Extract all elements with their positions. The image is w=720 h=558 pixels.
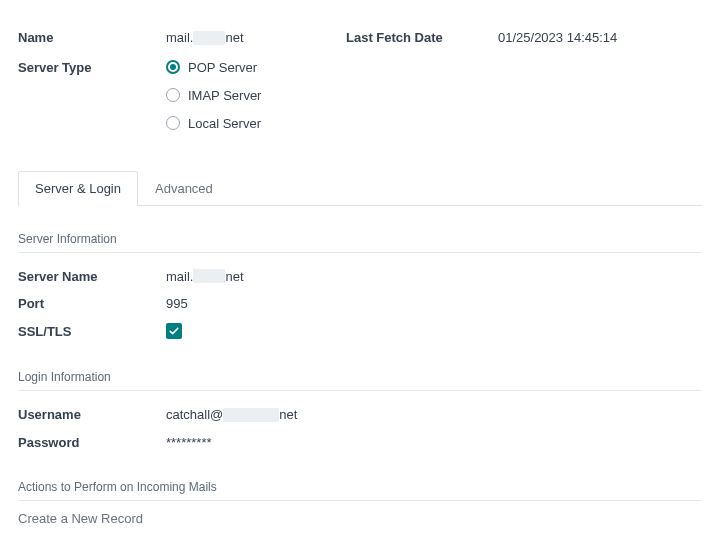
last-fetch-label: Last Fetch Date xyxy=(346,30,498,45)
server-name-label: Server Name xyxy=(18,269,166,284)
server-type-option-pop[interactable]: POP Server xyxy=(166,60,702,75)
redacted-segment xyxy=(193,269,225,283)
username-label: Username xyxy=(18,407,166,422)
radio-icon xyxy=(166,60,180,74)
login-information-heading: Login Information xyxy=(18,370,702,391)
server-information-heading: Server Information xyxy=(18,232,702,253)
ssl-tls-label: SSL/TLS xyxy=(18,324,166,339)
server-type-option-imap[interactable]: IMAP Server xyxy=(166,88,702,103)
radio-icon xyxy=(166,116,180,130)
server-name-value[interactable]: mail.net xyxy=(166,269,702,285)
name-label: Name xyxy=(18,30,166,45)
actions-heading: Actions to Perform on Incoming Mails xyxy=(18,480,702,501)
port-label: Port xyxy=(18,296,166,311)
check-icon xyxy=(168,325,180,337)
password-value[interactable]: ********* xyxy=(166,435,702,450)
radio-label: IMAP Server xyxy=(188,88,261,103)
redacted-segment xyxy=(223,408,279,422)
radio-label: POP Server xyxy=(188,60,257,75)
server-type-option-local[interactable]: Local Server xyxy=(166,116,702,131)
radio-label: Local Server xyxy=(188,116,261,131)
last-fetch-value: 01/25/2023 14:45:14 xyxy=(498,30,702,45)
port-value[interactable]: 995 xyxy=(166,296,702,311)
radio-icon xyxy=(166,88,180,102)
ssl-tls-checkbox[interactable] xyxy=(166,323,182,339)
server-type-label: Server Type xyxy=(18,60,166,75)
tab-server-login[interactable]: Server & Login xyxy=(18,171,138,205)
password-label: Password xyxy=(18,435,166,450)
name-value: mail.net xyxy=(166,30,346,46)
tab-advanced[interactable]: Advanced xyxy=(138,171,230,205)
tabs: Server & Login Advanced xyxy=(18,171,702,206)
username-value[interactable]: catchall@net xyxy=(166,407,702,423)
create-new-record-field[interactable]: Create a New Record xyxy=(18,511,702,526)
redacted-segment xyxy=(193,31,225,45)
